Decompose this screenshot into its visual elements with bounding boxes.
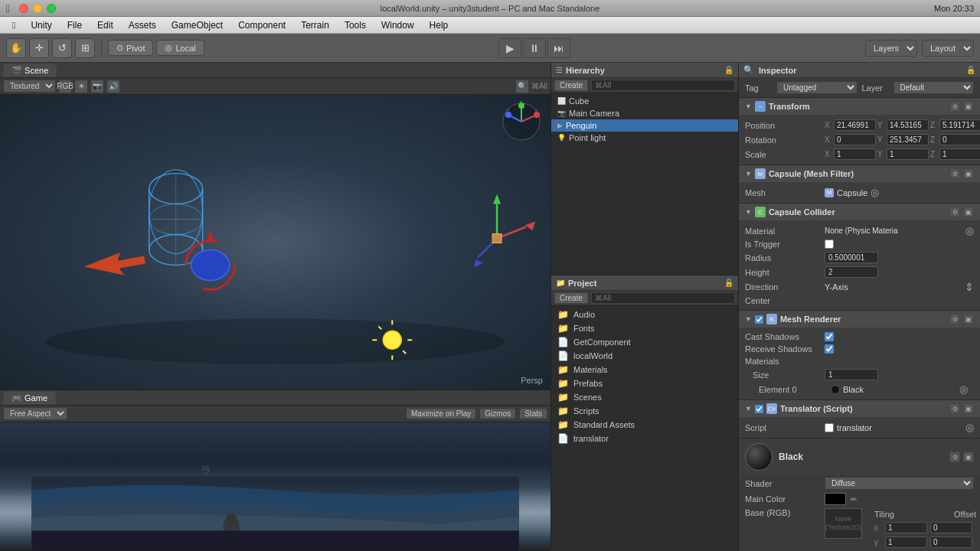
search-icon[interactable]: 🔍: [515, 80, 529, 93]
scale-tool-button[interactable]: ⊞: [75, 38, 95, 58]
menu-assets[interactable]: Assets: [122, 18, 162, 32]
hand-tool-button[interactable]: ✋: [6, 38, 26, 58]
scale-z-input[interactable]: [939, 148, 980, 160]
menu-edit[interactable]: Edit: [91, 18, 119, 32]
rot-z-input[interactable]: [939, 134, 980, 145]
game-tab[interactable]: 🎮 Game: [3, 391, 56, 405]
translator-enabled-checkbox[interactable]: [755, 405, 763, 413]
hierarchy-item-main-camera[interactable]: 📷 Main Camera: [551, 107, 738, 119]
pos-x-input[interactable]: [834, 119, 876, 131]
pos-z-input[interactable]: [939, 119, 980, 131]
local-button[interactable]: ◎ Local: [156, 40, 204, 56]
audio-button[interactable]: 🔊: [106, 80, 120, 93]
mesh-select-icon[interactable]: ◎: [871, 187, 879, 198]
color-picker-icon[interactable]: ✏: [851, 495, 857, 504]
rot-x-input[interactable]: [834, 134, 876, 145]
project-lock-icon[interactable]: 🔓: [724, 279, 733, 287]
pause-button[interactable]: ⏸: [523, 38, 546, 58]
transform-expand-icon[interactable]: ▣: [963, 101, 974, 112]
layers-dropdown[interactable]: Layers: [865, 40, 917, 57]
window-controls[interactable]: [19, 4, 56, 13]
inspector-lock-icon[interactable]: 🔓: [966, 66, 975, 74]
material-expand-icon[interactable]: ▣: [963, 452, 974, 462]
hierarchy-create-button[interactable]: Create: [554, 80, 588, 91]
rotate-tool-button[interactable]: ↺: [52, 38, 72, 58]
close-button[interactable]: [19, 4, 28, 13]
menu-file[interactable]: File: [61, 18, 88, 32]
project-item-standard-assets[interactable]: 📁 Standard Assets: [551, 418, 738, 432]
translator-expand-icon[interactable]: ▣: [963, 403, 974, 414]
step-button[interactable]: ⏭: [547, 38, 570, 58]
offset-y-input[interactable]: [930, 536, 972, 548]
project-search-input[interactable]: [591, 292, 735, 304]
menu-terrain[interactable]: Terrain: [295, 18, 335, 32]
hierarchy-lock-icon[interactable]: 🔓: [724, 66, 733, 74]
radius-input[interactable]: [825, 252, 878, 263]
lighting-button[interactable]: ☀: [74, 80, 88, 93]
render-mode-dropdown[interactable]: Textured: [3, 80, 56, 93]
menu-unity[interactable]: Unity: [24, 18, 57, 32]
camera-button[interactable]: 📷: [90, 80, 104, 93]
mesh-renderer-enabled-checkbox[interactable]: [755, 315, 763, 324]
scale-y-input[interactable]: [887, 148, 929, 160]
pos-y-input[interactable]: [887, 119, 929, 131]
script-checkbox[interactable]: [825, 423, 834, 432]
translator-script-header[interactable]: ▼ C# Translator (Script) ⚙ ▣: [739, 400, 980, 417]
mesh-renderer-expand-icon[interactable]: ▣: [963, 314, 974, 324]
project-item-materials[interactable]: 📁 Materials: [551, 363, 738, 377]
menu-component[interactable]: Component: [232, 18, 292, 32]
project-item-getcomponent[interactable]: 📄 GetComponent: [551, 335, 738, 349]
project-item-localworld[interactable]: 📄 localWorld: [551, 349, 738, 363]
project-item-translator[interactable]: 📄 translator: [551, 432, 738, 445]
collider-material-select-icon[interactable]: ◎: [965, 225, 974, 236]
transform-header[interactable]: ▼ ↔ Transform ⚙ ▣: [739, 98, 980, 115]
play-button[interactable]: ▶: [498, 38, 521, 58]
receive-shadows-checkbox[interactable]: [825, 344, 834, 354]
maximize-button[interactable]: [47, 4, 56, 13]
project-item-scripts[interactable]: 📁 Scripts: [551, 404, 738, 418]
offset-x-input[interactable]: [930, 522, 972, 533]
tag-dropdown[interactable]: Untagged: [776, 81, 858, 94]
translator-settings-icon[interactable]: ⚙: [949, 403, 960, 414]
material-settings-icon[interactable]: ⚙: [949, 452, 960, 462]
gizmos-button[interactable]: Gizmos: [479, 408, 516, 419]
capsule-settings-icon[interactable]: ⚙: [949, 207, 960, 217]
layout-dropdown[interactable]: Layout: [922, 40, 974, 57]
project-item-scenes[interactable]: 📁 Scenes: [551, 390, 738, 404]
capsule-collider-header[interactable]: ▼ C Capsule Collider ⚙ ▣: [739, 204, 980, 220]
size-input[interactable]: [825, 369, 878, 380]
minimize-button[interactable]: [33, 4, 42, 13]
rot-y-input[interactable]: [887, 134, 929, 145]
transform-settings-icon[interactable]: ⚙: [949, 101, 960, 112]
direction-expand-icon[interactable]: ⇕: [965, 281, 974, 293]
stats-button[interactable]: Stats: [519, 408, 547, 419]
menu-window[interactable]: Window: [375, 18, 420, 32]
rgb-button[interactable]: RGB: [58, 80, 72, 93]
hierarchy-search-input[interactable]: [591, 80, 735, 91]
hierarchy-item-penguin[interactable]: ▶ Penguin: [551, 119, 738, 132]
script-select-icon[interactable]: ◎: [965, 422, 974, 433]
mesh-renderer-settings-icon[interactable]: ⚙: [949, 314, 960, 324]
aspect-ratio-dropdown[interactable]: Free Aspect: [3, 407, 67, 420]
hierarchy-item-cube[interactable]: ⬜ Cube: [551, 95, 738, 107]
hierarchy-item-point-light[interactable]: 💡 Point light: [551, 132, 738, 144]
pivot-button[interactable]: ⊙ Pivot: [108, 40, 153, 56]
layer-dropdown[interactable]: Default: [893, 81, 975, 94]
cast-shadows-checkbox[interactable]: [825, 332, 834, 341]
scene-tab[interactable]: 🎬 Scene: [3, 64, 57, 77]
height-input[interactable]: [825, 266, 878, 278]
tiling-x-input[interactable]: [885, 522, 927, 533]
project-item-fonts[interactable]: 📁 Fonts: [551, 321, 738, 335]
game-content[interactable]: e: [0, 422, 550, 551]
mesh-filter-settings-icon[interactable]: ⚙: [949, 168, 960, 179]
project-item-prefabs[interactable]: 📁 Prefabs: [551, 377, 738, 390]
scale-x-input[interactable]: [834, 148, 876, 160]
mesh-filter-expand-icon[interactable]: ▣: [963, 168, 974, 179]
project-item-audio[interactable]: 📁 Audio: [551, 308, 738, 321]
element0-select-icon[interactable]: ◎: [959, 383, 968, 395]
scene-content[interactable]: Y X Z Persp: [0, 95, 550, 390]
tiling-y-input[interactable]: [885, 536, 927, 548]
menu-gameobject[interactable]: GameObject: [165, 18, 229, 32]
menu-tools[interactable]: Tools: [338, 18, 372, 32]
move-tool-button[interactable]: ✛: [29, 38, 49, 58]
